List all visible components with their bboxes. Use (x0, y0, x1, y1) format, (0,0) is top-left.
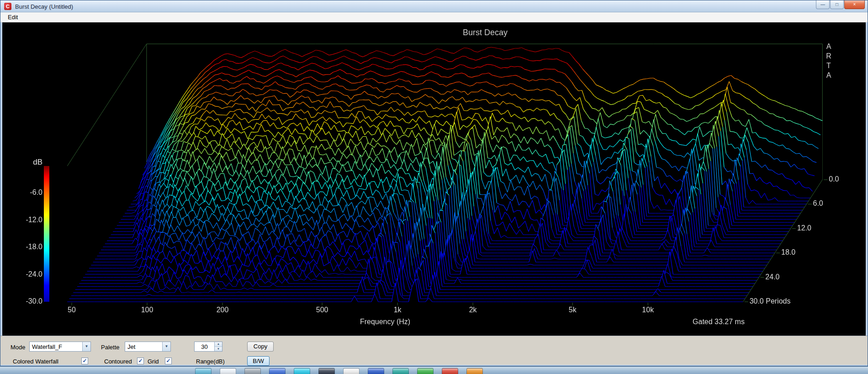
burst-decay-plot: Burst Decay ARTA dB 501002005001k2k5k10k… (2, 22, 866, 336)
taskbar-app-icon[interactable] (368, 368, 384, 374)
taskbar-app-icon[interactable] (442, 368, 458, 374)
menu-edit[interactable]: Edit (5, 14, 21, 21)
colored-waterfall-checkbox[interactable]: ✓ (81, 358, 88, 364)
palette-select[interactable]: Jet ▼ (125, 342, 171, 352)
arta-app-icon: C (4, 3, 11, 10)
palette-label: Palette (101, 344, 119, 351)
gated-label: Gated 33.27 ms (693, 318, 745, 326)
taskbar[interactable] (0, 366, 868, 374)
control-bar: Mode Waterfall_F ▼ Palette Jet ▼ 30 ▲▼ C… (0, 336, 868, 365)
arta-burst-decay-window: C Burst Decay (Untitled) — □ × Edit Burs… (0, 0, 868, 366)
contoured-checkbox[interactable]: ✓ (137, 358, 144, 364)
mode-label: Mode (11, 344, 26, 351)
close-button[interactable]: × (844, 0, 865, 9)
maximize-button[interactable]: □ (830, 0, 844, 9)
period-tick-label: 30.0 Periods (750, 297, 791, 305)
check-icon: ✓ (166, 358, 170, 364)
period-tick-label: 6.0 (813, 199, 823, 208)
contoured-label: Contoured (104, 358, 132, 365)
mode-select[interactable]: Waterfall_F ▼ (29, 342, 91, 352)
period-tick-label: 12.0 (797, 224, 811, 232)
plot-title: Burst Decay (463, 28, 508, 37)
minimize-button[interactable]: — (816, 0, 830, 9)
db-tick-label: -30.0 (16, 297, 42, 305)
mode-value: Waterfall_F (32, 343, 62, 350)
taskbar-app-icon[interactable] (318, 368, 335, 374)
x-tick-label: 500 (316, 306, 328, 314)
window-buttons: — □ × (815, 0, 865, 9)
spin-down-icon[interactable]: ▼ (215, 347, 222, 352)
spinner-buttons: ▲▼ (214, 342, 222, 351)
taskbar-app-icon[interactable] (466, 368, 483, 374)
db-axis-label: dB (16, 158, 42, 167)
taskbar-app-icon[interactable] (294, 368, 310, 374)
db-tick-label: -6.0 (16, 188, 42, 197)
check-icon: ✓ (138, 358, 143, 364)
x-tick-label: 10k (642, 306, 654, 314)
range-db-label: Range(dB) (196, 358, 225, 365)
period-tick-label: 18.0 (781, 248, 795, 256)
db-tick-label: -12.0 (16, 216, 42, 224)
taskbar-app-icon[interactable] (343, 368, 360, 374)
menu-bar: Edit (0, 12, 868, 22)
palette-value: Jet (127, 343, 135, 350)
taskbar-app-icon[interactable] (244, 368, 261, 374)
x-tick-label: 2k (469, 306, 477, 314)
bw-button[interactable]: B/W (247, 356, 270, 366)
spin-up-icon[interactable]: ▲ (215, 342, 222, 347)
taskbar-app-icon[interactable] (417, 368, 434, 374)
grid-checkbox[interactable]: ✓ (165, 358, 172, 364)
taskbar-app-icon[interactable] (195, 368, 212, 374)
period-tick-label: 24.0 (765, 273, 779, 281)
x-tick-label: 1k (394, 306, 402, 314)
range-spinner[interactable]: 30 ▲▼ (194, 342, 222, 352)
taskbar-app-icon[interactable] (269, 368, 286, 374)
title-bar[interactable]: C Burst Decay (Untitled) — □ × (0, 0, 868, 12)
close-icon: × (853, 2, 856, 7)
period-tick-label: 0.0 (829, 175, 839, 183)
mode-dropdown-icon[interactable]: ▼ (82, 342, 90, 351)
db-tick-label: -24.0 (16, 270, 42, 278)
x-tick-label: 200 (217, 306, 229, 314)
palette-dropdown-icon[interactable]: ▼ (162, 342, 170, 351)
copy-button[interactable]: Copy (247, 342, 274, 352)
frequency-axis-label: Frequency (Hz) (360, 318, 410, 326)
taskbar-app-icon[interactable] (392, 368, 409, 374)
waterfall-canvas (2, 22, 866, 336)
db-tick-label: -18.0 (16, 243, 42, 251)
minimize-icon: — (820, 2, 825, 7)
maximize-icon: □ (836, 2, 838, 7)
x-tick-label: 5k (569, 306, 577, 314)
taskbar-app-icon[interactable] (220, 368, 236, 374)
arta-watermark: ARTA (824, 42, 833, 80)
colored-waterfall-label: Colored Waterfall (13, 358, 58, 365)
window-title: Burst Decay (Untitled) (15, 3, 73, 10)
range-value: 30 (195, 343, 214, 350)
db-colorbar (44, 166, 49, 302)
arta-logo-glyph: C (6, 4, 10, 9)
x-tick-label: 100 (141, 306, 153, 314)
grid-label: Grid (148, 358, 159, 365)
check-icon: ✓ (82, 358, 87, 364)
x-tick-label: 50 (68, 306, 76, 314)
